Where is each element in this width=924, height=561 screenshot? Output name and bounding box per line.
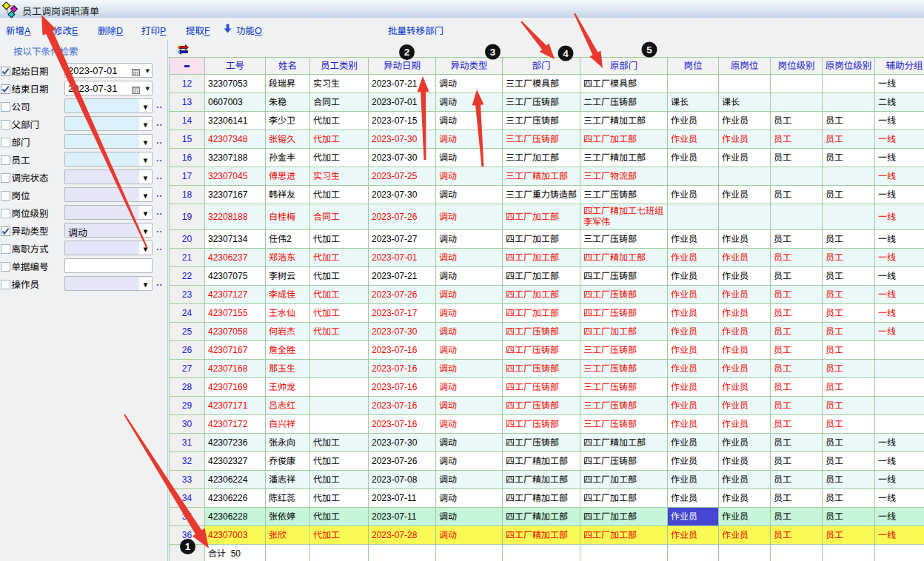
svg-text:5: 5 xyxy=(646,44,652,56)
svg-text:2: 2 xyxy=(404,47,410,58)
svg-text:3: 3 xyxy=(490,47,496,58)
